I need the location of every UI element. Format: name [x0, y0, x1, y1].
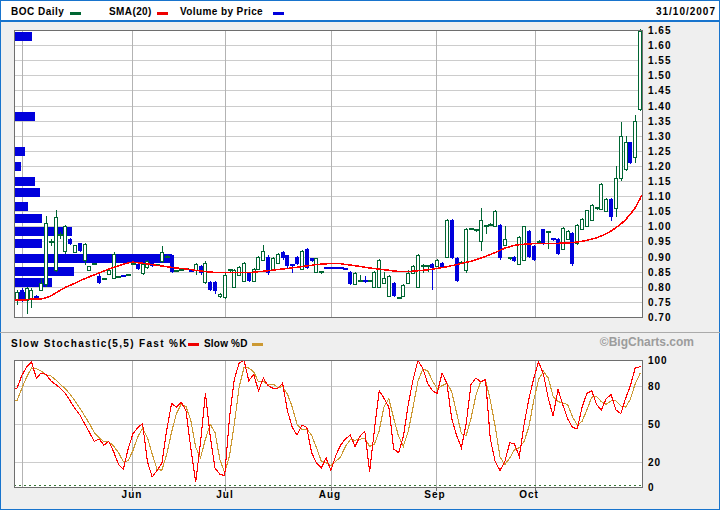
svg-text:Jun: Jun [122, 489, 143, 500]
svg-text:50: 50 [648, 419, 661, 430]
svg-text:Sep: Sep [424, 489, 445, 500]
svg-text:1.60: 1.60 [648, 40, 671, 51]
svg-text:Oct: Oct [519, 489, 539, 500]
svg-text:1.10: 1.10 [648, 191, 671, 202]
svg-text:1.45: 1.45 [648, 85, 671, 96]
svg-text:0.85: 0.85 [648, 267, 671, 278]
svg-text:Slow Stochastic(5,5) Fast %K: Slow Stochastic(5,5) Fast %K [11, 338, 188, 349]
svg-text:100: 100 [648, 355, 668, 366]
svg-text:31/10/2007: 31/10/2007 [656, 6, 716, 17]
svg-text:1.65: 1.65 [648, 25, 671, 36]
svg-text:1.35: 1.35 [648, 116, 671, 127]
svg-text:1.20: 1.20 [648, 161, 671, 172]
svg-text:1.50: 1.50 [648, 70, 671, 81]
svg-text:Aug: Aug [319, 489, 341, 500]
svg-text:SMA(20): SMA(20) [109, 6, 152, 17]
svg-text:1.15: 1.15 [648, 176, 671, 187]
svg-text:1.40: 1.40 [648, 101, 671, 112]
svg-text:0.80: 0.80 [648, 282, 671, 293]
svg-text:80: 80 [648, 381, 661, 392]
svg-text:0.90: 0.90 [648, 252, 671, 263]
svg-text:1.55: 1.55 [648, 55, 671, 66]
svg-text:Volume by Price: Volume by Price [180, 6, 263, 17]
svg-text:1.05: 1.05 [648, 206, 671, 217]
svg-text:0.75: 0.75 [648, 297, 671, 308]
svg-text:0.70: 0.70 [648, 312, 671, 323]
svg-text:Slow %D: Slow %D [204, 338, 248, 349]
svg-text:20: 20 [648, 457, 661, 468]
svg-text:1.00: 1.00 [648, 221, 671, 232]
svg-text:1.30: 1.30 [648, 131, 671, 142]
svg-text:1.25: 1.25 [648, 146, 671, 157]
svg-text:0: 0 [648, 482, 655, 493]
svg-text:Jul: Jul [216, 489, 233, 500]
svg-text:©BigCharts.com: ©BigCharts.com [600, 335, 694, 349]
svg-text:BOC Daily: BOC Daily [11, 6, 64, 17]
svg-text:0.95: 0.95 [648, 236, 671, 247]
